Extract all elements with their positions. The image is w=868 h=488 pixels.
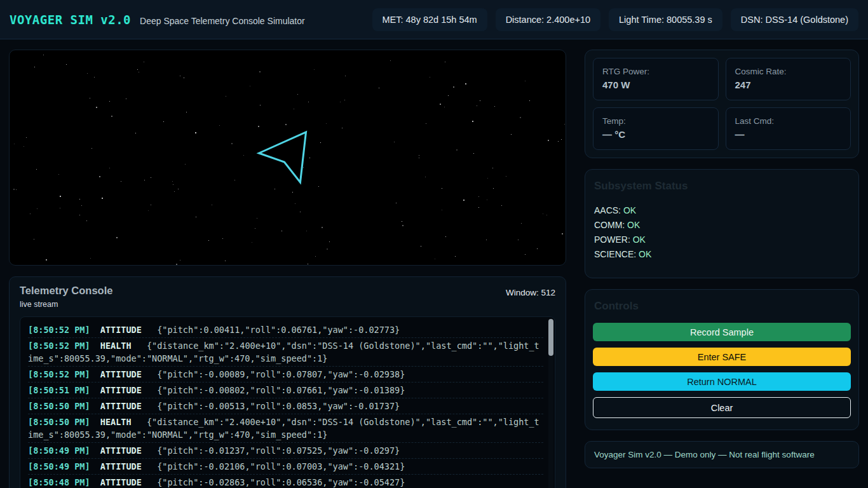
star-dot bbox=[208, 240, 209, 241]
star-dot bbox=[46, 259, 47, 261]
subsystem-row-aacs: AACS: OK bbox=[594, 205, 850, 215]
star-dot bbox=[178, 189, 179, 189]
met-pill: MET: 48y 82d 15h 54m bbox=[372, 8, 487, 31]
star-dot bbox=[121, 181, 121, 182]
star-dot bbox=[225, 261, 226, 261]
star-dot bbox=[506, 176, 506, 177]
top-header-bar: VOYAGER SIM v2.0 Deep Space Telemetry Co… bbox=[0, 0, 868, 39]
log-entry: [8:50:50 PM] ATTITUDE {"pitch":-0.00513,… bbox=[28, 398, 543, 414]
star-dot bbox=[79, 199, 80, 200]
star-dot bbox=[394, 142, 395, 142]
log-tag: ATTITUDE bbox=[100, 385, 142, 395]
star-dot bbox=[151, 205, 151, 205]
star-dot bbox=[163, 121, 164, 122]
star-dot bbox=[222, 238, 223, 239]
star-dot bbox=[521, 223, 522, 224]
log-timestamp: [8:50:48 PM] bbox=[28, 477, 90, 487]
star-dot bbox=[86, 220, 87, 221]
starfield-viewport bbox=[9, 50, 566, 266]
log-scrollbar-thumb[interactable] bbox=[548, 319, 553, 356]
star-dot bbox=[501, 205, 502, 206]
star-dot bbox=[562, 233, 563, 234]
log-body: {"pitch":-0.00513,"roll":0.0853,"yaw":-0… bbox=[157, 401, 400, 411]
star-dot bbox=[79, 215, 80, 215]
star-dot bbox=[342, 128, 342, 128]
status-pills: MET: 48y 82d 15h 54m Distance: 2.400e+10… bbox=[372, 8, 859, 31]
stat-label: Cosmic Rate: bbox=[735, 67, 842, 76]
star-dot bbox=[327, 248, 328, 250]
star-dot bbox=[292, 192, 293, 193]
star-dot bbox=[180, 260, 180, 261]
log-tag: ATTITUDE bbox=[100, 477, 142, 487]
subsystem-status-ok: OK bbox=[633, 234, 646, 245]
star-dot bbox=[492, 168, 493, 168]
star-dot bbox=[478, 196, 479, 197]
star-dot bbox=[445, 236, 446, 237]
log-entry: [8:50:50 PM] HEALTH {"distance_km":"2.40… bbox=[28, 414, 543, 443]
enter-safe-button[interactable]: Enter SAFE bbox=[593, 348, 851, 366]
stat-temp: Temp: — °C bbox=[593, 107, 719, 150]
stat-last-cmd: Last Cmd: — bbox=[726, 107, 851, 150]
star-dot bbox=[294, 109, 294, 109]
star-dot bbox=[58, 174, 59, 175]
star-dot bbox=[520, 117, 521, 118]
star-dot bbox=[472, 121, 473, 122]
log-body: {"pitch":-0.01237,"roll":0.07525,"yaw":-… bbox=[157, 445, 400, 456]
star-dot bbox=[260, 105, 261, 105]
star-dot bbox=[297, 94, 298, 95]
stats-card: RTG Power: 470 W Cosmic Rate: 247 Temp: … bbox=[585, 50, 859, 158]
subsystem-status-ok: OK bbox=[623, 205, 636, 215]
star-dot bbox=[425, 177, 426, 177]
star-dot bbox=[137, 69, 138, 70]
star-dot bbox=[37, 208, 37, 209]
return-normal-button[interactable]: Return NORMAL bbox=[593, 372, 851, 391]
star-dot bbox=[344, 100, 345, 100]
star-dot bbox=[525, 254, 526, 255]
star-dot bbox=[487, 178, 488, 179]
star-dot bbox=[300, 212, 301, 212]
log-timestamp: [8:50:50 PM] bbox=[28, 417, 90, 427]
log-entry: [8:50:52 PM] HEALTH {"distance_km":"2.40… bbox=[28, 338, 543, 367]
subsystem-row-science: SCIENCE: OK bbox=[594, 249, 850, 259]
star-dot bbox=[96, 107, 97, 108]
star-dot bbox=[257, 218, 257, 219]
star-dot bbox=[87, 73, 88, 74]
clear-button[interactable]: Clear bbox=[593, 397, 851, 418]
star-dot bbox=[486, 240, 487, 240]
star-dot bbox=[465, 83, 466, 85]
star-dot bbox=[306, 231, 307, 231]
record-sample-button[interactable]: Record Sample bbox=[593, 323, 851, 341]
star-dot bbox=[186, 112, 187, 112]
log-timestamp: [8:50:51 PM] bbox=[28, 385, 90, 395]
star-dot bbox=[525, 81, 526, 81]
stat-label: RTG Power: bbox=[602, 67, 709, 76]
star-dot bbox=[314, 69, 315, 70]
star-dot bbox=[430, 77, 430, 78]
log-scrollbar-track[interactable] bbox=[548, 318, 553, 488]
star-dot bbox=[419, 155, 419, 156]
subsystem-status-heading: Subsystem Status bbox=[593, 177, 851, 193]
star-dot bbox=[151, 177, 151, 178]
star-dot bbox=[442, 210, 442, 210]
star-dot bbox=[477, 105, 477, 106]
star-dot bbox=[518, 240, 519, 240]
star-dot bbox=[34, 67, 35, 67]
star-dot bbox=[219, 125, 220, 126]
star-dot bbox=[212, 205, 212, 205]
star-dot bbox=[90, 98, 90, 98]
stat-label: Last Cmd: bbox=[735, 116, 842, 126]
star-dot bbox=[94, 77, 95, 78]
star-dot bbox=[537, 248, 538, 249]
star-dot bbox=[255, 228, 255, 229]
star-dot bbox=[30, 214, 31, 214]
star-dot bbox=[493, 188, 494, 189]
log-entry: [8:50:48 PM] ATTITUDE {"pitch":-0.02863,… bbox=[28, 475, 543, 488]
star-dot bbox=[26, 137, 27, 138]
telemetry-log[interactable]: [8:50:52 PM] ATTITUDE {"pitch":0.00411,"… bbox=[20, 316, 555, 488]
star-dot bbox=[66, 64, 67, 65]
star-dot bbox=[109, 168, 110, 168]
star-dot bbox=[36, 169, 37, 170]
star-dot bbox=[60, 208, 60, 208]
star-dot bbox=[564, 124, 565, 125]
log-tag: HEALTH bbox=[100, 341, 132, 351]
